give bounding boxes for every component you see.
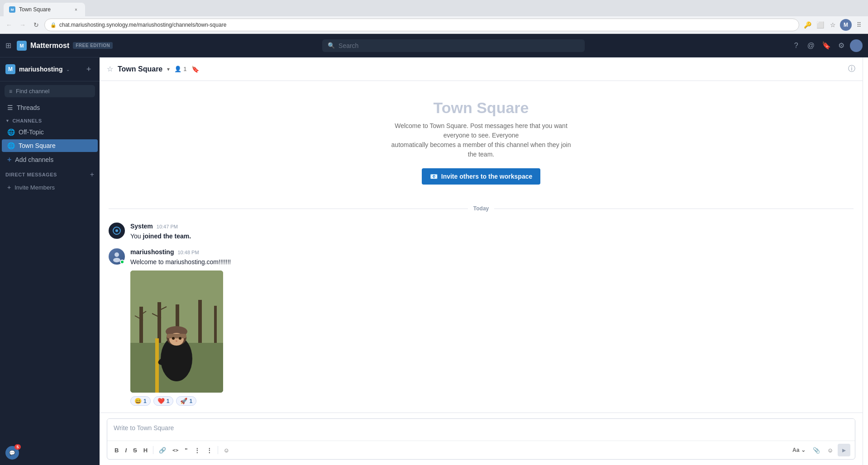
channel-name: Town Square bbox=[118, 65, 162, 73]
sidebar-item-add-channels[interactable]: + Add channels bbox=[2, 153, 98, 166]
refresh-btn[interactable]: ↻ bbox=[31, 19, 42, 30]
send-btn[interactable]: ► bbox=[838, 444, 850, 456]
sidebar-search-area: ≡ Find channel bbox=[0, 81, 100, 101]
svg-point-21 bbox=[179, 337, 181, 340]
browser-tabs: M Town Square × bbox=[0, 0, 868, 16]
notification-count: 5 bbox=[14, 444, 21, 450]
code-btn[interactable]: <> bbox=[170, 446, 181, 455]
user-message-text: Welcome to mariushosting.com!!!!!!! bbox=[130, 257, 854, 267]
date-divider: Today bbox=[100, 198, 863, 219]
font-size-btn[interactable]: Aa ⌄ bbox=[790, 445, 808, 455]
saved-btn[interactable]: 🔖 bbox=[820, 39, 833, 52]
find-channel-input[interactable]: ≡ Find channel bbox=[5, 85, 95, 97]
topbar-search[interactable]: 🔍 Search bbox=[322, 39, 585, 52]
tab-close-btn[interactable]: × bbox=[72, 6, 80, 13]
settings-btn[interactable]: ⚙ bbox=[836, 39, 846, 52]
browser-tab-active[interactable]: M Town Square × bbox=[4, 3, 85, 16]
tab-favicon: M bbox=[9, 6, 15, 13]
channel-globe-icon: 🌐 bbox=[7, 128, 15, 136]
members-icon: 👤 bbox=[174, 66, 181, 72]
extensions-btn[interactable]: ⠿ bbox=[854, 19, 864, 30]
channel-globe-active-icon: 🌐 bbox=[7, 142, 15, 149]
topbar-logo: M bbox=[17, 41, 27, 51]
channel-caret-icon[interactable]: ▾ bbox=[167, 66, 170, 72]
sidebar-item-off-topic[interactable]: 🌐 Off-Topic bbox=[2, 126, 98, 138]
channel-header: ☆ Town Square ▾ 👤 1 🔖 ⓘ bbox=[100, 57, 863, 81]
topbar-right: @ 🔖 ⚙ bbox=[806, 39, 863, 52]
workspace-selector[interactable]: M mariushosting ⌄ bbox=[5, 64, 70, 74]
workspace-caret-icon: ⌄ bbox=[66, 67, 70, 72]
link-btn[interactable]: 🔗 bbox=[156, 445, 169, 456]
sidebar-bottom: 💬 5 bbox=[0, 441, 100, 465]
mention-btn[interactable]: @ bbox=[806, 40, 816, 52]
dm-section-label: DIRECT MESSAGES bbox=[5, 172, 57, 177]
profile-avatar[interactable]: M bbox=[840, 19, 852, 31]
channel-header-right: ⓘ bbox=[848, 64, 855, 74]
svg-rect-9 bbox=[198, 300, 202, 343]
back-btn[interactable]: ← bbox=[4, 19, 14, 30]
list-ul-btn[interactable]: ⋮ bbox=[191, 445, 203, 456]
user-author[interactable]: mariushosting bbox=[130, 248, 174, 256]
italic-btn[interactable]: I bbox=[122, 445, 129, 456]
password-manager-btn[interactable]: 🔑 bbox=[802, 19, 813, 30]
toolbar-right: Aa ⌄ 📎 ☺ ► bbox=[790, 444, 850, 456]
invite-btn-icon: 📧 bbox=[430, 173, 438, 180]
reaction-smile[interactable]: 😀 1 bbox=[130, 396, 151, 406]
heading-btn[interactable]: H bbox=[141, 445, 150, 456]
threads-label: Threads bbox=[17, 104, 40, 111]
svg-rect-19 bbox=[167, 334, 186, 338]
reaction-heart[interactable]: ❤️ 1 bbox=[153, 396, 174, 406]
topbar-edition: FREE EDITION bbox=[73, 42, 113, 49]
notification-badge[interactable]: 💬 5 bbox=[5, 446, 19, 460]
add-channels-label: Add channels bbox=[15, 156, 53, 163]
sidebar-item-threads[interactable]: ☰ Threads bbox=[2, 101, 98, 114]
message-input-field[interactable] bbox=[107, 419, 855, 439]
system-author[interactable]: System bbox=[130, 223, 153, 230]
system-message-header: System 10:47 PM bbox=[130, 223, 854, 230]
help-btn[interactable]: ? bbox=[794, 42, 798, 50]
off-topic-label: Off-Topic bbox=[19, 128, 44, 136]
welcome-desc-line1: Welcome to Town Square. Post messages he… bbox=[395, 122, 568, 139]
user-message-content: mariushosting 10:48 PM Welcome to marius… bbox=[130, 248, 854, 406]
dm-add-btn[interactable]: + bbox=[90, 171, 94, 179]
channel-info-btn[interactable]: ⓘ bbox=[848, 64, 855, 74]
emoji-picker-btn[interactable]: ☺ bbox=[825, 445, 836, 456]
address-bar[interactable]: 🔒 chat.mariushosting.synology.me/mariush… bbox=[44, 19, 799, 31]
sidebar-item-town-square[interactable]: 🌐 Town Square bbox=[2, 139, 98, 152]
channel-members[interactable]: 👤 1 bbox=[174, 66, 186, 72]
date-divider-line-left bbox=[109, 209, 468, 209]
bold-btn[interactable]: B bbox=[112, 445, 121, 456]
smile-emoji: 😀 bbox=[134, 398, 142, 404]
forward-btn[interactable]: → bbox=[17, 19, 28, 30]
message-input-box: B I S H 🔗 <> " ⋮ ⋮ ☺ Aa ⌄ 📎 ☺ bbox=[107, 418, 855, 460]
svg-point-22 bbox=[176, 340, 177, 342]
user-avatar-topbar[interactable] bbox=[850, 39, 863, 52]
svg-rect-7 bbox=[157, 302, 161, 343]
user-avatar-wrapper bbox=[109, 248, 125, 265]
quote-btn[interactable]: " bbox=[182, 445, 190, 456]
messages-area[interactable]: Town Square Welcome to Town Square. Post… bbox=[100, 81, 863, 413]
bookmark-btn[interactable]: ☆ bbox=[827, 19, 838, 30]
strikethrough-btn[interactable]: S bbox=[130, 445, 140, 456]
emoji-toolbar-btn[interactable]: ☺ bbox=[221, 445, 232, 456]
channel-star-icon[interactable]: ☆ bbox=[107, 65, 113, 73]
rocket-emoji: 🚀 bbox=[180, 398, 187, 404]
threads-icon: ☰ bbox=[7, 104, 13, 111]
grid-icon[interactable]: ⊞ bbox=[5, 41, 11, 50]
svg-point-3 bbox=[113, 258, 120, 262]
app-topbar: ⊞ M Mattermost FREE EDITION 🔍 Search ? @… bbox=[0, 34, 868, 57]
channel-bookmark-icon[interactable]: 🔖 bbox=[191, 66, 199, 73]
sidebar-invite-members[interactable]: + Invite Members bbox=[2, 181, 98, 194]
add-channel-icon: + bbox=[7, 156, 11, 164]
address-text: chat.mariushosting.synology.me/mariushos… bbox=[59, 22, 793, 28]
list-ol-btn[interactable]: ⋮ bbox=[204, 445, 215, 456]
attachment-btn[interactable]: 📎 bbox=[810, 445, 823, 456]
search-icon: 🔍 bbox=[328, 42, 335, 49]
sidebar-add-btn[interactable]: + bbox=[83, 64, 94, 75]
invite-workspace-btn[interactable]: 📧 Invite others to the workspace bbox=[422, 168, 541, 185]
invite-btn-label: Invite others to the workspace bbox=[441, 173, 533, 180]
tab-search-btn[interactable]: ⬜ bbox=[815, 19, 825, 30]
date-label: Today bbox=[473, 205, 489, 212]
reaction-rocket[interactable]: 🚀 1 bbox=[176, 396, 196, 406]
town-square-label: Town Square bbox=[19, 142, 56, 149]
